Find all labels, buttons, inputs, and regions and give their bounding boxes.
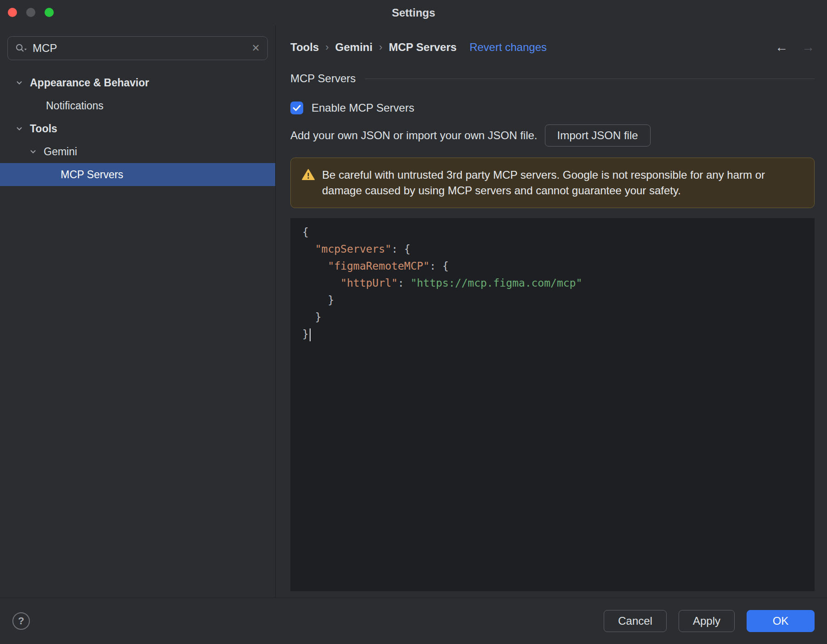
code-line: "figmaRemoteMCP": { — [302, 258, 815, 275]
back-arrow-icon[interactable]: ← — [775, 40, 788, 55]
import-row: Add your own JSON or import your own JSO… — [290, 124, 815, 147]
breadcrumb: Tools › Gemini › MCP Servers Revert chan… — [290, 38, 815, 56]
warning-text: Be careful with untrusted 3rd party MCP … — [322, 167, 803, 198]
apply-button[interactable]: Apply — [679, 610, 735, 632]
code-line: { — [302, 224, 815, 241]
settings-tree: Appearance & Behavior Notifications Tool… — [0, 71, 275, 186]
breadcrumb-tools[interactable]: Tools — [290, 41, 319, 54]
sidebar-item-label: Gemini — [44, 146, 77, 158]
sidebar-item-label: MCP Servers — [61, 169, 123, 181]
search-icon[interactable] — [15, 43, 27, 53]
import-json-button[interactable]: Import JSON file — [545, 124, 651, 147]
enable-mcp-row: Enable MCP Servers — [290, 102, 815, 114]
code-line: "httpUrl": "https://mcp.figma.com/mcp" — [302, 275, 815, 292]
ok-button[interactable]: OK — [747, 610, 815, 632]
warning-triangle-icon — [302, 169, 315, 183]
chevron-down-icon[interactable] — [16, 79, 23, 86]
breadcrumb-gemini[interactable]: Gemini — [335, 41, 373, 54]
titlebar: Settings — [0, 0, 827, 25]
enable-mcp-checkbox[interactable] — [290, 102, 303, 114]
breadcrumb-separator: › — [325, 41, 329, 53]
settings-main: ✕ Appearance & Behavior Notifications To… — [0, 25, 827, 598]
dialog-footer: ? Cancel Apply OK — [0, 598, 827, 644]
sidebar-item-tools[interactable]: Tools — [0, 117, 275, 140]
breadcrumb-separator: › — [379, 41, 382, 53]
text-cursor — [310, 328, 311, 341]
section-title: MCP Servers — [290, 72, 356, 85]
mcp-json-editor[interactable]: { "mcpServers": { "figmaRemoteMCP": { "h… — [290, 218, 815, 591]
sidebar-item-gemini[interactable]: Gemini — [0, 140, 275, 163]
sidebar-item-mcp-servers[interactable]: MCP Servers — [0, 163, 275, 186]
warning-banner: Be careful with untrusted 3rd party MCP … — [290, 158, 815, 208]
code-line: } — [302, 326, 815, 343]
chevron-down-icon[interactable] — [29, 148, 37, 155]
settings-content: Tools › Gemini › MCP Servers Revert chan… — [276, 25, 827, 598]
close-window-button[interactable] — [8, 8, 17, 17]
help-glyph: ? — [18, 615, 24, 627]
cancel-button[interactable]: Cancel — [604, 610, 667, 632]
sidebar-item-notifications[interactable]: Notifications — [0, 94, 275, 117]
sidebar-item-label: Notifications — [46, 100, 103, 112]
section-header: MCP Servers — [290, 72, 815, 85]
sidebar-item-label: Appearance & Behavior — [30, 77, 149, 89]
minimize-window-button[interactable] — [26, 8, 35, 17]
revert-changes-link[interactable]: Revert changes — [470, 41, 547, 54]
window-title: Settings — [392, 6, 436, 19]
traffic-lights — [8, 8, 54, 17]
chevron-down-icon[interactable] — [16, 125, 23, 132]
zoom-window-button[interactable] — [45, 8, 54, 17]
breadcrumb-mcp-servers[interactable]: MCP Servers — [389, 41, 457, 54]
code-line: } — [302, 309, 815, 326]
help-icon[interactable]: ? — [12, 612, 30, 630]
clear-search-icon[interactable]: ✕ — [252, 42, 260, 54]
sidebar-item-label: Tools — [30, 123, 57, 135]
search-input[interactable] — [33, 42, 246, 55]
section-divider — [365, 79, 815, 79]
history-nav: ← → — [775, 40, 815, 55]
footer-buttons: Cancel Apply OK — [604, 610, 815, 632]
code-line: "mcpServers": { — [302, 241, 815, 258]
settings-search-box[interactable]: ✕ — [7, 36, 268, 60]
enable-mcp-label: Enable MCP Servers — [312, 102, 414, 114]
code-line: } — [302, 292, 815, 309]
settings-sidebar: ✕ Appearance & Behavior Notifications To… — [0, 25, 276, 598]
import-hint-text: Add your own JSON or import your own JSO… — [290, 129, 538, 142]
forward-arrow-icon[interactable]: → — [802, 40, 815, 55]
sidebar-item-appearance-behavior[interactable]: Appearance & Behavior — [0, 71, 275, 94]
